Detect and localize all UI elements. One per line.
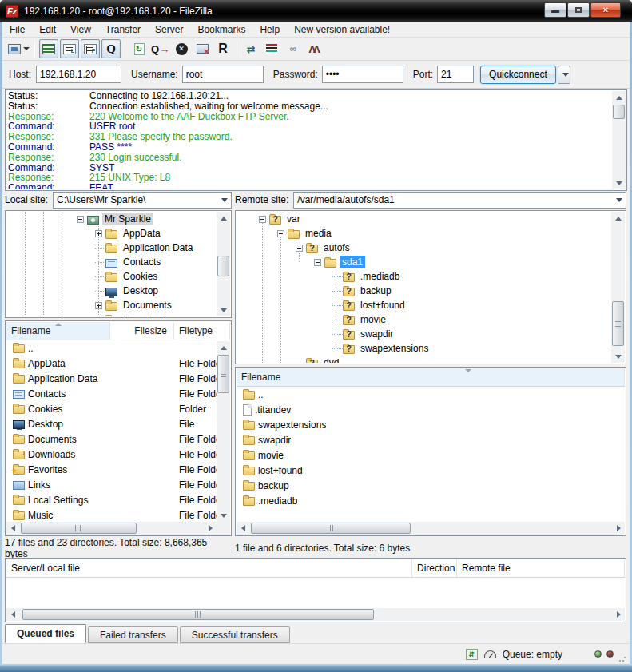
queue-hscrollbar[interactable] xyxy=(6,608,625,621)
file-row[interactable]: LinksFile Folder xyxy=(6,477,217,492)
scroll-up-arrow[interactable] xyxy=(611,212,625,225)
column-header-filesize[interactable]: Filesize xyxy=(110,322,174,340)
tree-item[interactable]: Desktop xyxy=(6,284,217,298)
resize-grip[interactable] xyxy=(618,654,626,662)
tree-item[interactable]: var xyxy=(237,212,611,226)
host-input[interactable] xyxy=(36,66,121,83)
site-manager-button[interactable] xyxy=(7,39,30,58)
scroll-right-arrow[interactable] xyxy=(204,522,217,535)
menu-view[interactable]: View xyxy=(63,22,98,38)
local-tree[interactable]: Mr Sparkle AppData Application Data Cont… xyxy=(5,210,232,318)
minimize-button[interactable]: ▬ xyxy=(544,2,566,18)
scroll-down-arrow[interactable] xyxy=(217,509,230,522)
file-row[interactable]: DocumentsFile Folder xyxy=(6,431,217,447)
file-row[interactable]: DesktopFile xyxy=(6,416,217,431)
file-row[interactable]: movie xyxy=(237,447,625,463)
remote-file-list[interactable]: Filename .. .titandev swapextensions swa… xyxy=(235,367,626,536)
tree-item[interactable]: .mediadb xyxy=(237,269,611,284)
scrollbar-thumb[interactable] xyxy=(217,355,229,393)
tree-item[interactable]: backup xyxy=(237,284,611,298)
file-row[interactable]: .mediadb xyxy=(237,493,625,508)
port-input[interactable] xyxy=(437,66,474,83)
disconnect-button[interactable] xyxy=(193,39,212,58)
menu-server[interactable]: Server xyxy=(148,22,190,38)
tree-item[interactable]: AppData xyxy=(6,226,217,241)
file-row[interactable]: MusicFile Folder xyxy=(6,507,217,522)
file-row[interactable]: CookiesFolder xyxy=(6,401,217,416)
toggle-remote-tree-button[interactable]: F xyxy=(81,39,100,58)
tree-item[interactable]: dvd xyxy=(237,356,611,363)
tree-item[interactable]: swapdir xyxy=(237,327,611,341)
log-scrollbar[interactable] xyxy=(612,91,626,189)
file-row[interactable]: AppDataFile Folder xyxy=(6,356,217,371)
file-row[interactable]: Application DataFile Folder xyxy=(6,371,217,386)
collapse-icon[interactable] xyxy=(259,216,266,223)
scroll-left-arrow[interactable] xyxy=(6,608,19,621)
local-list-hscrollbar[interactable] xyxy=(6,522,217,535)
collapse-icon[interactable] xyxy=(77,216,84,223)
tree-item[interactable]: Cookies xyxy=(6,269,217,284)
menu-bookmarks[interactable]: Bookmarks xyxy=(190,22,252,38)
menu-transfer[interactable]: Transfer xyxy=(98,22,148,38)
collapse-icon[interactable] xyxy=(296,245,303,252)
collapse-icon[interactable] xyxy=(314,259,321,266)
directory-comparison-button[interactable]: ⇄ xyxy=(241,39,260,58)
column-header-remote-file[interactable]: Remote file xyxy=(457,559,625,577)
title-bar[interactable]: Fz 192.168.1.20 - root@192.168.1.20 - Fi… xyxy=(0,0,632,22)
transfer-queue[interactable]: Server/Local file Direction Remote file xyxy=(5,558,626,622)
password-input[interactable] xyxy=(322,66,403,83)
column-header-local-file[interactable]: Server/Local file xyxy=(6,559,412,577)
scroll-down-arrow[interactable] xyxy=(612,177,626,189)
file-row[interactable]: Local SettingsFile Folder xyxy=(6,492,217,507)
collapse-icon[interactable] xyxy=(277,230,284,237)
scroll-up-arrow[interactable] xyxy=(217,212,230,225)
remote-tree[interactable]: var media autofs sda1 xyxy=(235,210,626,364)
expand-icon[interactable] xyxy=(95,316,102,317)
cancel-button[interactable]: ✕ xyxy=(172,39,191,58)
scroll-up-arrow[interactable] xyxy=(217,341,230,354)
file-row[interactable]: FavoritesFile Folder xyxy=(6,462,217,477)
menu-help[interactable]: Help xyxy=(252,22,287,38)
username-input[interactable] xyxy=(182,66,264,83)
remote-tree-scrollbar[interactable] xyxy=(611,212,625,363)
close-button[interactable]: ✕ xyxy=(590,2,621,18)
find-files-button[interactable]: ΛΛ xyxy=(304,39,323,58)
tree-item[interactable]: media xyxy=(237,226,611,241)
tree-item[interactable]: autofs xyxy=(237,241,611,255)
tree-item[interactable]: Contacts xyxy=(6,255,217,269)
local-list-vscrollbar[interactable] xyxy=(217,341,230,535)
file-row[interactable]: DownloadsFile Folder xyxy=(6,447,217,462)
column-header-direction[interactable]: Direction xyxy=(412,559,457,577)
scrollbar-thumb[interactable] xyxy=(612,301,624,346)
maximize-button[interactable] xyxy=(567,2,590,18)
file-row[interactable]: lost+found xyxy=(237,463,625,478)
tree-item[interactable]: Downloads xyxy=(6,312,217,316)
column-header-filetype[interactable]: Filetype xyxy=(174,322,230,340)
tab-queued-files[interactable]: Queued files xyxy=(5,624,86,643)
file-row[interactable]: .. xyxy=(6,340,217,356)
quickconnect-dropdown[interactable] xyxy=(558,66,570,84)
expand-icon[interactable] xyxy=(95,302,102,309)
scrollbar-thumb[interactable] xyxy=(217,256,229,276)
scrollbar-thumb[interactable] xyxy=(22,609,374,620)
scroll-right-arrow[interactable] xyxy=(612,522,625,535)
toggle-message-log-button[interactable] xyxy=(39,39,58,58)
quickconnect-button[interactable]: Quickconnect xyxy=(480,66,556,84)
synchronized-browsing-button[interactable]: ∞ xyxy=(283,39,302,58)
menu-edit[interactable]: Edit xyxy=(32,22,63,38)
scrollbar-thumb[interactable] xyxy=(613,105,625,119)
tab-failed-transfers[interactable]: Failed transfers xyxy=(88,626,178,643)
scroll-right-arrow[interactable] xyxy=(612,608,625,621)
scroll-left-arrow[interactable] xyxy=(237,522,249,535)
scroll-left-arrow[interactable] xyxy=(6,522,19,535)
refresh-button[interactable]: ↻ xyxy=(129,39,149,58)
scroll-down-arrow[interactable] xyxy=(611,350,625,363)
scrollbar-thumb[interactable] xyxy=(251,523,411,534)
transfer-type-icon[interactable]: ⇵ xyxy=(466,649,478,660)
scroll-down-arrow[interactable] xyxy=(217,304,230,316)
file-row[interactable]: ContactsFile Folder xyxy=(6,386,217,401)
file-row[interactable]: backup xyxy=(237,478,625,493)
toggle-queue-button[interactable]: Q xyxy=(101,39,121,58)
tree-item[interactable]: Application Data xyxy=(6,241,217,255)
tree-item[interactable]: Mr Sparkle xyxy=(6,212,217,226)
